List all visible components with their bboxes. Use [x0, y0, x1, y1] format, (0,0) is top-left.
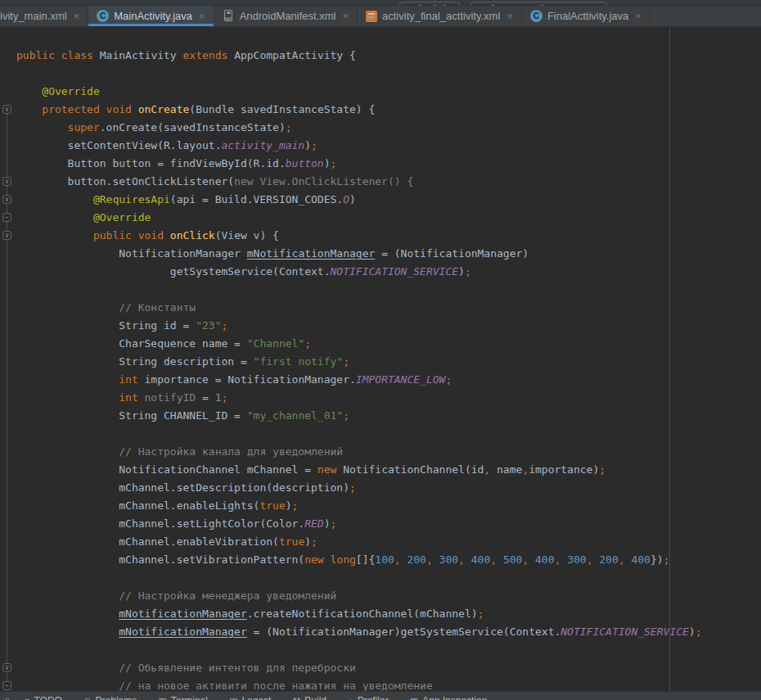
code-editor[interactable]: ∨∨∨−∨∨− public class MainActivity extend…	[0, 27, 761, 691]
code-token: @Override	[16, 85, 100, 97]
code-token: int	[16, 373, 138, 386]
app-inspection-icon: ▦	[410, 696, 418, 700]
android-studio-window: ivity_main.xml×CMainActivity.java×MFAndr…	[0, 0, 761, 700]
code-line[interactable]: int notifyID = 1;	[0, 389, 761, 407]
code-line[interactable]: // Настройка менеджера уведомлений	[0, 587, 761, 605]
toolbar-item-terminal[interactable]: ▣Terminal	[158, 696, 208, 700]
code-line[interactable]: // Настройка канала для уведомлений	[0, 443, 761, 461]
code-line[interactable]: @Override	[0, 83, 761, 101]
code-token: new	[304, 553, 323, 566]
code-token	[164, 229, 170, 242]
code-token: new View.OnClickListener() {	[234, 175, 413, 187]
code-line[interactable]: mChannel.setVibrationPattern(new long[]{…	[0, 551, 761, 569]
code-token: )	[286, 499, 292, 512]
code-line[interactable]: setContentView(R.layout.activity_main);	[0, 137, 761, 155]
tab-close-icon[interactable]: ×	[342, 11, 349, 21]
code-line[interactable]: mNotificationManager = (NotificationMana…	[0, 623, 761, 641]
tab-activity_final_acttivity.xml[interactable]: activity_final_acttivity.xml×	[358, 6, 522, 26]
code-token: @Override	[16, 211, 151, 224]
tool-window-layout-icon[interactable]: ▯	[5, 696, 10, 700]
code-line[interactable]: mChannel.enableVibration(true);	[0, 533, 761, 551]
code-line[interactable]: mNotificationManager.createNotificationC…	[0, 605, 761, 623]
code-token: notifyID	[145, 391, 196, 404]
fold-down-icon[interactable]: ∨	[2, 105, 11, 114]
code-line[interactable]: String id = "23";	[0, 317, 761, 335]
fold-down-icon[interactable]: ∨	[2, 195, 11, 204]
toolbar-item-problems[interactable]: ◎Problems	[83, 696, 137, 700]
code-line[interactable]: // на новое активити после нажатия на ув…	[0, 677, 761, 691]
code-line[interactable]: public class MainActivity extends AppCom…	[0, 47, 761, 65]
code-line[interactable]: String CHANNEL_ID = "my_channel_01";	[0, 407, 761, 425]
code-line[interactable]: NotificationChannel mChannel = new Notif…	[0, 461, 761, 479]
code-line[interactable]	[0, 425, 761, 443]
active-tab-underline	[88, 24, 213, 26]
code-token: // Настройка менеджера уведомлений	[16, 589, 336, 602]
code-token: mNotificationManager	[247, 247, 376, 260]
code-area[interactable]: public class MainActivity extends AppCom…	[0, 47, 761, 691]
code-line[interactable]: @RequiresApi(api = Build.VERSION_CODES.O…	[0, 191, 761, 209]
tab-AndroidManifest.xml[interactable]: MFAndroidManifest.xml×	[214, 6, 358, 26]
fold-end-icon[interactable]: −	[2, 681, 11, 690]
toolbar-item-logcat[interactable]: ▤Logcat	[229, 696, 271, 700]
tab-close-icon[interactable]: ×	[74, 11, 80, 21]
code-token: name	[490, 463, 522, 476]
tab-close-icon[interactable]: ×	[635, 11, 642, 21]
code-token	[16, 625, 119, 638]
code-line[interactable]: // Обьявление интентов для переброски	[0, 659, 761, 677]
code-token: ;	[445, 373, 452, 386]
code-line[interactable]: mChannel.enableLights(true);	[0, 497, 761, 515]
code-line[interactable]: String description = "first notify";	[0, 353, 761, 371]
code-token	[497, 553, 503, 566]
code-token: )	[324, 517, 331, 530]
code-line[interactable]: protected void onCreate(Bundle savedInst…	[0, 101, 761, 119]
fold-down-icon[interactable]: ∨	[2, 177, 11, 186]
logcat-icon: ▤	[229, 696, 237, 700]
toolbar-item-todo[interactable]: ≡TODO	[25, 696, 62, 700]
code-token: class	[61, 49, 93, 61]
toolbar-item-build[interactable]: ⚒Build	[292, 696, 326, 700]
code-token: ,	[458, 553, 465, 566]
fold-down-icon[interactable]: ∨	[2, 663, 11, 672]
toolbar-item-app-inspection[interactable]: ▦App Inspection	[410, 696, 488, 700]
toolbar-item-label: Build	[304, 696, 326, 700]
code-line[interactable]	[0, 281, 761, 299]
code-token: void	[138, 229, 164, 242]
code-line[interactable]: CharSequence name = "Channel";	[0, 335, 761, 353]
code-line[interactable]: int importance = NotificationManager.IMP…	[0, 371, 761, 389]
code-line[interactable]	[0, 569, 761, 587]
code-token: = (NotificationManager)	[375, 247, 529, 260]
code-line[interactable]: super.onCreate(savedInstanceState);	[0, 119, 761, 137]
code-token: true	[279, 535, 304, 548]
tab-ivity_main.xml[interactable]: ivity_main.xml×	[0, 6, 88, 26]
toolbar-item-label: Problems	[96, 696, 137, 700]
code-line[interactable]: NotificationManager mNotificationManager…	[0, 245, 761, 263]
code-line[interactable]	[0, 65, 761, 83]
code-token: super	[16, 121, 100, 133]
code-line[interactable]: getSystemService(Context.NOTIFICATION_SE…	[0, 263, 761, 281]
fold-down-icon[interactable]: ∨	[2, 231, 11, 240]
code-line[interactable]: mChannel.setDescription(description);	[0, 479, 761, 497]
code-token	[132, 229, 138, 242]
code-line[interactable]: Button button = findViewById(R.id.button…	[0, 155, 761, 173]
code-token: ;	[599, 463, 606, 476]
tab-close-icon[interactable]: ×	[507, 11, 513, 21]
tab-FinalActtivity.java[interactable]: CFinalActtivity.java×	[522, 6, 651, 26]
toolbar-item-label: Logcat	[241, 696, 271, 700]
code-line[interactable]	[0, 641, 761, 659]
code-token: importance)	[529, 463, 599, 476]
code-token: MainActivity	[93, 49, 183, 61]
code-line[interactable]: public void onClick(View v) {	[0, 227, 761, 245]
code-token: extends	[183, 49, 228, 61]
code-token: ,	[619, 553, 625, 566]
code-token	[529, 553, 535, 566]
code-token: ,	[522, 463, 529, 476]
tab-close-icon[interactable]: ×	[199, 11, 205, 21]
tab-MainActivity.java[interactable]: CMainActivity.java×	[88, 6, 214, 26]
code-token: 200	[407, 553, 426, 566]
code-line[interactable]: mChannel.setLightColor(Color.RED);	[0, 515, 761, 533]
code-line[interactable]: @Override	[0, 209, 761, 227]
code-line[interactable]: button.setOnClickListener(new View.OnCli…	[0, 173, 761, 191]
code-line[interactable]: // Константы	[0, 299, 761, 317]
fold-end-icon[interactable]: −	[2, 213, 11, 222]
toolbar-item-profiler[interactable]: ◔Profiler	[348, 696, 389, 700]
